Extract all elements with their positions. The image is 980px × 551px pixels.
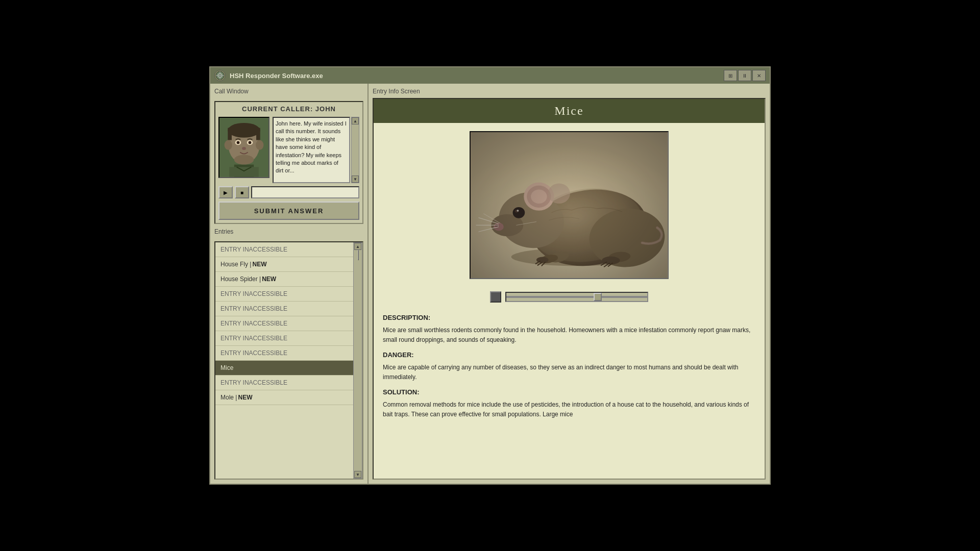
scroll-up-arrow[interactable]: ▲ [352,117,359,124]
media-controls-row: ▶ ■ [218,186,359,198]
entries-scroll-up[interactable]: ▲ [354,243,361,250]
title-bar-buttons: ⊞ ⏸ ✕ [724,70,766,81]
call-window: CURRENT CALLER: JOHN [214,101,363,224]
app-icon [214,70,226,81]
danger-title: DANGER: [383,350,755,361]
entries-scroll-down[interactable]: ▼ [354,471,361,478]
settings-button[interactable]: ⊞ [724,70,737,81]
caller-header: CURRENT CALLER: JOHN [218,105,359,113]
caller-text-scrollbar[interactable]: ▲ ▼ [351,117,359,183]
media-stop-button[interactable] [490,291,501,303]
list-item[interactable]: ENTRY INACCESSIBLE [215,375,353,390]
entry-info-box: Mice [373,98,766,480]
entry-title-bar: Mice [374,99,765,123]
svg-point-17 [249,141,252,144]
list-item[interactable]: ENTRY INACCESSIBLE [215,346,353,361]
play-button[interactable]: ▶ [218,186,233,198]
entry-title: Mice [554,104,583,117]
list-item[interactable]: ENTRY INACCESSIBLE [215,287,353,302]
main-window: HSH Responder Software.exe ⊞ ⏸ ✕ Call Wi… [209,66,771,485]
call-window-label: Call Window [214,88,363,95]
entry-text: DESCRIPTION: Mice are small worthless ro… [374,307,765,426]
caller-photo [218,117,270,178]
description-text: Mice are small worthless rodents commonl… [383,325,755,345]
svg-rect-55 [471,132,668,278]
list-item[interactable]: House Spider | NEW [215,272,353,287]
svg-point-18 [242,147,246,150]
title-bar-left: HSH Responder Software.exe [214,70,323,81]
svg-rect-7 [229,167,259,177]
new-badge: NEW [238,394,252,401]
right-panel: Entry Info Screen Mice [369,84,770,484]
close-button[interactable]: ✕ [752,70,766,81]
entry-image [470,131,669,279]
new-badge: NEW [262,276,276,283]
danger-text: Mice are capable of carrying any number … [383,363,755,382]
solution-title: SOLUTION: [383,387,755,398]
description-title: DESCRIPTION: [383,313,755,323]
entries-list: ENTRY INACCESSIBLE House Fly | NEW House… [215,242,353,479]
list-item[interactable]: Mole | NEW [215,390,353,405]
entry-info-label: Entry Info Screen [373,88,766,95]
slider-track [506,296,647,298]
entry-image-area [374,123,765,287]
caller-area: John here. My wife insisted I call this … [218,117,359,183]
scroll-down-arrow[interactable]: ▼ [352,176,359,183]
list-item-mice[interactable]: Mice [215,361,353,375]
svg-point-13 [256,140,263,150]
entries-list-container: ENTRY INACCESSIBLE House Fly | NEW House… [214,241,363,480]
pause-button[interactable]: ⏸ [738,70,751,81]
entries-scrollbar[interactable]: ▲ ▼ [353,242,362,479]
svg-rect-10 [228,128,232,140]
list-item[interactable]: ENTRY INACCESSIBLE [215,302,353,316]
content-area: Call Window CURRENT CALLER: JOHN [210,84,770,484]
answer-input[interactable] [251,186,359,198]
list-item[interactable]: ENTRY INACCESSIBLE [215,331,353,346]
entries-label: Entries [214,228,363,235]
svg-point-16 [237,141,240,144]
entries-section: ENTRY INACCESSIBLE House Fly | NEW House… [214,241,363,480]
svg-point-12 [225,140,232,150]
new-badge: NEW [252,261,266,268]
caller-text: John here. My wife insisted I call this … [273,117,350,183]
media-slider[interactable] [505,292,648,302]
left-panel: Call Window CURRENT CALLER: JOHN [210,84,369,484]
media-controls [374,287,765,307]
submit-answer-button[interactable]: SUBMIT ANSWER [218,202,359,220]
svg-point-9 [228,123,260,138]
svg-rect-11 [256,128,260,140]
list-item[interactable]: ENTRY INACCESSIBLE [215,316,353,331]
solution-text: Common removal methods for mice include … [383,400,755,419]
list-item[interactable]: House Fly | NEW [215,257,353,272]
slider-thumb[interactable] [594,293,602,301]
window-title: HSH Responder Software.exe [230,72,323,80]
title-bar: HSH Responder Software.exe ⊞ ⏸ ✕ [210,67,770,84]
svg-point-19 [234,155,254,164]
list-item[interactable]: ENTRY INACCESSIBLE [215,242,353,257]
stop-button[interactable]: ■ [235,186,249,198]
